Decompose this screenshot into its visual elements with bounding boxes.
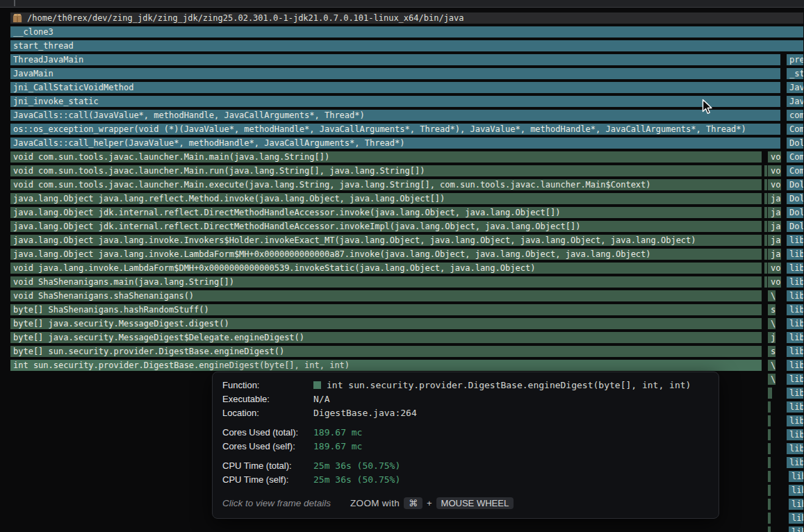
flame-frame[interactable]: libo [786,415,804,427]
flame-frame[interactable] [767,415,771,427]
flame-frame[interactable]: byte[] ShaShenanigans.hashRandomStuff() [10,304,762,316]
tooltip-row: Cores Used (total):189.67 mc [222,426,709,440]
flame-frame[interactable]: vo [767,178,782,191]
tooltip-value: 25m 36s (50.75%) [313,473,400,487]
flame-frame[interactable]: \ [767,373,776,385]
flame-frame[interactable]: \ [767,359,776,372]
flame-frame[interactable]: libo [786,304,804,316]
flame-frame[interactable]: Dolp [786,178,804,191]
tooltip-hint: Click to view frame details [222,498,331,508]
flame-frame[interactable]: ThreadJavaMain [10,53,781,66]
flame-frame[interactable]: _sta [786,67,804,80]
zoom-hint-text: ZOOM with [350,498,400,508]
package-icon [13,13,22,23]
flame-frame[interactable]: Dolp [786,192,804,205]
flame-frame[interactable]: libo [786,456,804,469]
flame-frame[interactable]: vo [767,276,782,288]
flame-frame[interactable]: byte[] java.security.MessageDigest$Deleg… [10,331,762,344]
flame-frame[interactable]: JavaCalls::call(JavaValue*, methodHandle… [10,109,781,122]
flame-frame[interactable]: libo [786,387,804,399]
flame-frame[interactable]: \ [767,317,776,330]
flame-frame[interactable]: void com.sun.tools.javac.launcher.Main.m… [10,151,762,163]
flame-frame[interactable] [767,484,771,497]
flame-frame[interactable]: java.lang.Object jdk.internal.reflect.Di… [10,206,762,219]
flame-frame[interactable]: lib [788,470,804,483]
flame-frame[interactable]: start_thread [10,40,804,52]
tooltip-value: N/A [313,392,329,406]
flame-frame[interactable]: void com.sun.tools.javac.launcher.Main.e… [10,178,762,191]
flame-frame[interactable]: \ [767,290,776,302]
flame-frame[interactable]: lib [788,512,804,524]
flame-frame[interactable]: libo [786,290,804,302]
flame-frame[interactable]: void java.lang.invoke.LambdaForm$DMH+0x0… [10,262,762,274]
flame-frame[interactable]: Java [786,95,804,108]
flame-frame[interactable]: java.lang.Object java.lang.invoke.Invoke… [10,234,762,247]
flame-frame[interactable]: ja [767,234,782,247]
flame-frame[interactable]: libo [786,359,804,372]
flame-frame[interactable]: Dolp [786,220,804,233]
flame-frame[interactable] [767,512,771,524]
flame-frame[interactable]: libo [786,442,804,455]
flame-frame[interactable]: ja [767,220,782,233]
flame-frame[interactable]: Comp [786,123,804,135]
flame-frame[interactable]: libo [786,276,804,288]
flame-frame[interactable]: __clone3 [10,26,804,38]
flame-frame[interactable]: Comp [786,165,804,177]
flame-frame[interactable] [767,456,771,469]
flame-frame[interactable]: Comp [786,151,804,163]
flame-frame[interactable]: Dolp [786,137,804,149]
flame-frame[interactable]: lib [788,484,804,497]
flame-frame[interactable]: libo [786,262,804,274]
command-key-icon: ⌘ [404,497,422,509]
flame-frame[interactable] [767,401,771,413]
flame-frame[interactable]: vo [767,262,782,274]
flame-frame[interactable]: java.lang.Object jdk.internal.reflect.Di… [10,220,762,233]
frame-tooltip: Function:int sun.security.provider.Diges… [212,372,719,519]
flame-frame[interactable]: comp [786,109,804,122]
flame-frame[interactable]: vo [767,165,782,177]
flame-frame[interactable]: s [767,345,776,358]
flame-frame[interactable]: libo [786,429,804,441]
flame-frame[interactable] [767,442,771,455]
flame-frame[interactable]: ja [767,248,782,260]
flame-frame[interactable]: jni_CallStaticVoidMethod [10,81,781,94]
flame-frame[interactable]: void ShaShenanigans.shaShenanigans() [10,290,762,302]
flame-frame[interactable]: libo [786,317,804,330]
flame-frame[interactable]: lib [788,526,804,532]
flame-frame[interactable]: j [767,331,776,344]
flame-frame[interactable]: Dolp [786,206,804,219]
flame-root-executable-bar[interactable]: /home/th0rex/dev/zing_jdk/zing_jdk/zing2… [10,12,804,24]
flame-frame[interactable]: ja [767,192,782,205]
tooltip-label: Cores Used (total): [222,426,313,440]
flame-frame[interactable] [767,387,773,399]
flame-frame[interactable]: int sun.security.provider.DigestBase.eng… [10,359,762,372]
tooltip-label: CPU Time (total): [222,459,313,473]
flame-frame[interactable]: s [767,304,776,316]
flame-frame[interactable]: preF [786,53,804,66]
flame-frame[interactable] [767,526,771,532]
flame-frame[interactable]: os::os_exception_wrapper(void (*)(JavaVa… [10,123,781,135]
flame-frame[interactable]: byte[] java.security.MessageDigest.diges… [10,317,762,330]
tooltip-row: Location:DigestBase.java:264 [222,406,709,420]
flame-frame[interactable]: JavaMain [10,67,781,80]
flame-frame[interactable]: lib [788,498,804,510]
flame-frame[interactable]: vo [767,151,782,163]
flame-frame[interactable]: libo [786,248,804,260]
flame-frame[interactable]: Java [786,81,804,94]
flame-frame[interactable]: JavaCalls::call_helper(JavaValue*, metho… [10,137,781,149]
flame-frame[interactable]: void ShaShenanigans.main(java.lang.Strin… [10,276,762,288]
flame-frame[interactable]: libo [786,401,804,413]
flame-frame[interactable]: java.lang.Object java.lang.invoke.Lambda… [10,248,762,260]
flame-frame[interactable]: java.lang.Object java.lang.reflect.Metho… [10,192,762,205]
flame-frame[interactable]: libo [786,373,804,385]
flame-frame[interactable]: libo [786,234,804,247]
flame-frame[interactable]: void com.sun.tools.javac.launcher.Main.r… [10,165,762,177]
flame-frame[interactable]: jni_invoke_static [10,95,781,108]
flame-frame[interactable]: libo [786,345,804,358]
flame-frame[interactable] [767,498,771,510]
flame-frame[interactable] [767,470,771,483]
flame-frame[interactable]: byte[] sun.security.provider.DigestBase.… [10,345,762,358]
flame-frame[interactable] [767,429,771,441]
flame-frame[interactable]: ja [767,206,782,219]
flame-frame[interactable]: libo [786,331,804,344]
